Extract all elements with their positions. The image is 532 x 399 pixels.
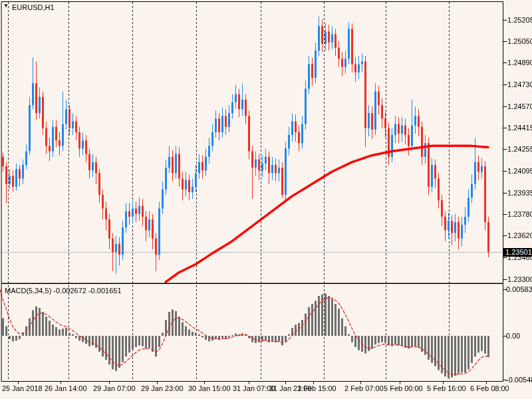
price-axis-label: 1.23780 [507, 210, 532, 218]
chart-canvas[interactable] [0, 0, 532, 399]
price-axis-label: 1.24570 [507, 102, 532, 110]
chart-window: ▼ EURUSD,H1 MACD(5,34,5) -0.002672 -0.00… [0, 0, 532, 399]
time-axis-label: 26 Jan 14:00 [45, 384, 87, 392]
macd-axis-label: 0.00 [506, 332, 520, 340]
price-axis-label: 1.23620 [507, 231, 532, 239]
time-axis-label: 29 Jan 07:00 [93, 384, 136, 392]
price-axis-label: 1.24095 [507, 167, 532, 175]
macd-axis-label: -0.005487 [506, 376, 532, 384]
price-axis-label: 1.24415 [507, 124, 532, 132]
time-axis-label: 30 Jan 15:00 [188, 384, 231, 392]
price-axis-label: 1.25050 [507, 37, 532, 45]
current-price-box: 1.23501 [503, 248, 532, 257]
symbol-timeframe-label: EURUSD,H1 [12, 3, 55, 11]
time-axis-label: 5 Feb 00:00 [384, 384, 423, 392]
price-axis-label: 1.25205 [507, 16, 532, 24]
macd-axis-label: 0.005835 [506, 285, 532, 293]
time-axis-label: 2 Feb 07:00 [344, 384, 384, 392]
time-axis-label: 25 Jan 2018 [2, 384, 43, 392]
price-axis-label: 1.23935 [507, 189, 532, 197]
price-axis-label: 1.24890 [507, 59, 532, 66]
time-axis-label: 1 Feb 15:00 [297, 384, 336, 392]
time-axis-label: 6 Feb 08:00 [470, 384, 509, 392]
price-axis-label: 1.24255 [507, 145, 532, 153]
price-axis-label: 1.23300 [507, 275, 532, 283]
time-axis-label: 29 Jan 23:00 [141, 384, 184, 392]
price-axis-label: 1.24730 [507, 80, 532, 88]
symbol-marker-icon: ▼ [3, 3, 9, 9]
macd-indicator-label: MACD(5,34,5) -0.002672 -0.001651 [5, 287, 122, 295]
time-axis-label: 5 Feb 16:00 [427, 384, 466, 392]
